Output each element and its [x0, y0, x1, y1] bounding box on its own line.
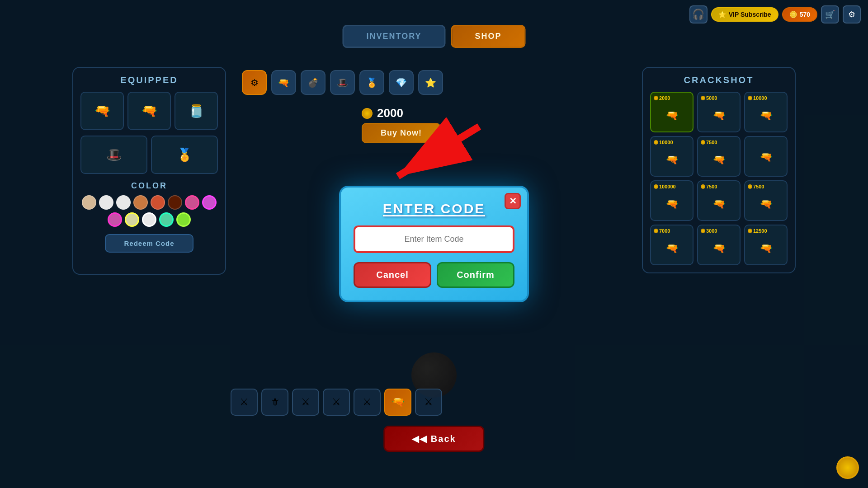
confirm-button[interactable]: Confirm [437, 262, 514, 288]
modal-title: ENTER CODE [354, 201, 514, 216]
modal-overlay: ✕ ENTER CODE Cancel Confirm [0, 0, 868, 488]
item-code-input[interactable] [356, 228, 512, 250]
modal-close-button[interactable]: ✕ [505, 193, 521, 209]
modal-buttons: Cancel Confirm [354, 262, 514, 288]
cancel-button[interactable]: Cancel [354, 262, 431, 288]
enter-code-modal: ✕ ENTER CODE Cancel Confirm [339, 186, 529, 302]
modal-input-wrapper [354, 225, 514, 253]
floating-coin[interactable] [836, 456, 859, 479]
